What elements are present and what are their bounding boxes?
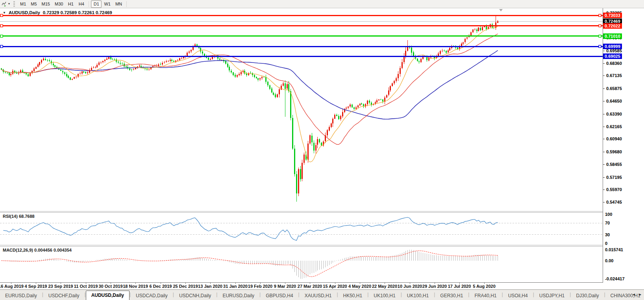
- price-axis-tick: [603, 152, 605, 152]
- date-label: 17 Jul 2020: [448, 284, 471, 289]
- price-chart-canvas[interactable]: [0, 8, 603, 211]
- chart-tab-usoil-h4[interactable]: USOil,H4: [503, 291, 533, 300]
- date-label: 6 Dec 2019: [150, 284, 172, 289]
- line-handle[interactable]: [0, 45, 3, 48]
- price-tick-label: 0.64650: [606, 99, 622, 103]
- date-label: 29 Jun 2020: [422, 284, 447, 289]
- price-axis[interactable]: 0.732950.720700.708450.695850.683600.671…: [603, 8, 644, 289]
- macd-tick-label: 0.015741: [605, 247, 623, 252]
- mt4-window: ▾ M1M5M15M30H1H4D1W1MN ▼ AUDUSD,Daily 0.…: [0, 0, 644, 300]
- line-handle[interactable]: [0, 25, 3, 27]
- price-axis-tick: [603, 127, 605, 127]
- tabs-scroll-right-icon[interactable]: ►: [638, 293, 642, 296]
- line-handle[interactable]: [599, 14, 601, 17]
- timeframe-button-h4[interactable]: H4: [76, 0, 87, 8]
- price-line-chip: 0.72022: [603, 23, 622, 29]
- date-label: 4 Sep 2019: [25, 284, 47, 289]
- date-label: 30 Oct 2019: [98, 284, 122, 289]
- ma-medium-line: [2, 34, 498, 145]
- price-line-chip: 0.69999: [603, 44, 622, 49]
- ma-slow-line: [2, 50, 498, 119]
- chart-tab-eurusd-daily[interactable]: EURUSD,Daily: [217, 291, 259, 300]
- macd-pane-canvas[interactable]: [0, 247, 603, 282]
- line-handle[interactable]: [599, 25, 601, 27]
- rsi-pane-canvas[interactable]: [0, 213, 603, 245]
- chart-tab-dj30-daily[interactable]: DJ30,Daily: [571, 291, 604, 300]
- macd-signal-line: [2, 251, 498, 277]
- date-label: 18 Nov 2019: [123, 284, 148, 289]
- rsi-line: [3, 217, 498, 241]
- chevron-down-icon[interactable]: ▾: [8, 2, 10, 6]
- price-tick-label: 0.59680: [606, 149, 622, 154]
- chart-tab-uk100-h1[interactable]: UK100,H1: [402, 291, 434, 300]
- horizontal-price-line[interactable]: [0, 45, 603, 48]
- price-axis-border: [603, 8, 603, 283]
- chart-tab-xauusd-h1[interactable]: XAUUSD,H1: [300, 291, 337, 300]
- macd-histogram: [2, 250, 498, 279]
- chart-tab-ger30-h1[interactable]: GER30,H1: [435, 291, 468, 300]
- date-label: 10 Jun 2020: [398, 284, 422, 289]
- timeframe-button-m15[interactable]: M15: [39, 0, 52, 8]
- rsi-tick-label: 70: [605, 221, 610, 225]
- tabs-scroll-left-icon[interactable]: ◄: [632, 293, 635, 296]
- price-tick-label: 0.63390: [606, 112, 622, 116]
- price-tick-label: 0.54745: [606, 200, 622, 204]
- price-axis-tick: [603, 75, 605, 76]
- price-line-chip: 0.73033: [603, 13, 622, 18]
- timeframe-button-m1[interactable]: M1: [18, 0, 28, 8]
- date-label: 13 Jan 2020: [198, 284, 222, 289]
- line-handle[interactable]: [0, 35, 3, 37]
- line-handle[interactable]: [599, 45, 601, 48]
- chart-tab-fra40-h1[interactable]: FRA40,H1: [469, 291, 502, 300]
- zigzag-chart-icon: [2, 2, 7, 7]
- price-axis-tick: [603, 202, 605, 202]
- price-tick-label: 0.60940: [606, 136, 622, 141]
- price-line-chip: 0.69025: [603, 53, 622, 59]
- timeframe-button-h1[interactable]: H1: [65, 0, 76, 8]
- chart-tab-usdcad-daily[interactable]: USDCAD,Daily: [131, 291, 173, 300]
- price-tick-label: 0.65875: [606, 86, 622, 91]
- chart-ohlc-label: 0.72329 0.72589 0.72261 0.72469: [43, 10, 112, 15]
- price-axis-tick: [603, 88, 605, 89]
- chart-tab-uk100-h1[interactable]: UK100,H1: [368, 291, 400, 300]
- date-label: 31 Jan 2020: [223, 284, 248, 289]
- time-axis[interactable]: 16 Aug 20194 Sep 201923 Sep 201911 Oct 2…: [0, 282, 644, 289]
- timeframe-button-w1[interactable]: W1: [102, 0, 113, 8]
- date-label: 5 Aug 2020: [473, 284, 496, 289]
- date-label: 11 Oct 2019: [74, 284, 98, 289]
- chart-tool-button[interactable]: ▾: [0, 0, 11, 8]
- chart-tab-usdcnh-daily[interactable]: USDCNH,Daily: [174, 291, 216, 300]
- chart-workspace: ▼ AUDUSD,Daily 0.72329 0.72589 0.72261 0…: [0, 8, 644, 289]
- chart-dropdown-icon[interactable]: ▼: [3, 11, 6, 15]
- chart-shift-marker[interactable]: [499, 9, 503, 11]
- price-tick-label: 0.62165: [606, 124, 622, 129]
- timeframe-button-m30[interactable]: M30: [52, 0, 65, 8]
- price-axis-tick: [603, 51, 605, 51]
- timeframe-buttons: M1M5M15M30H1H4D1W1MN: [18, 0, 129, 8]
- chart-tab-usdjpy-h1[interactable]: USDJPY,H1: [534, 291, 570, 300]
- chart-tab-eurusd-daily[interactable]: EURUSD,Daily: [0, 291, 42, 300]
- toolbar-divider: [126, 1, 127, 7]
- date-label: 9 Mar 2020: [274, 284, 296, 289]
- timeframe-button-m5[interactable]: M5: [28, 0, 39, 8]
- toolbar-grip[interactable]: [13, 1, 15, 7]
- chart-tab-usdchf-daily[interactable]: USDCHF,Daily: [43, 291, 85, 300]
- rsi-tick-label: 30: [605, 232, 610, 237]
- toolbar-divider: [89, 1, 89, 7]
- chart-tab-audusd-daily[interactable]: AUDUSD,Daily: [86, 291, 130, 300]
- horizontal-price-line[interactable]: [0, 35, 603, 37]
- macd-tick-label: 0.00: [605, 258, 613, 263]
- horizontal-price-line[interactable]: [0, 25, 603, 27]
- date-label: 27 Mar 2020: [298, 284, 322, 289]
- price-tick-label: 0.57195: [606, 175, 622, 180]
- candles-layer: [1, 15, 498, 202]
- rsi-tick-label: 100: [605, 212, 612, 217]
- date-label: 15 Apr 2020: [323, 284, 347, 289]
- timeframe-button-mn[interactable]: MN: [113, 0, 124, 8]
- chart-tab-hk50-h1[interactable]: HK50,H1: [338, 291, 368, 300]
- chart-tab-gbpusd-h4[interactable]: GBPUSD,H4: [261, 291, 298, 300]
- price-line-chip: 0.71010: [603, 33, 622, 39]
- line-handle[interactable]: [599, 35, 601, 37]
- timeframe-button-d1[interactable]: D1: [91, 0, 102, 8]
- price-axis-tick: [603, 190, 605, 190]
